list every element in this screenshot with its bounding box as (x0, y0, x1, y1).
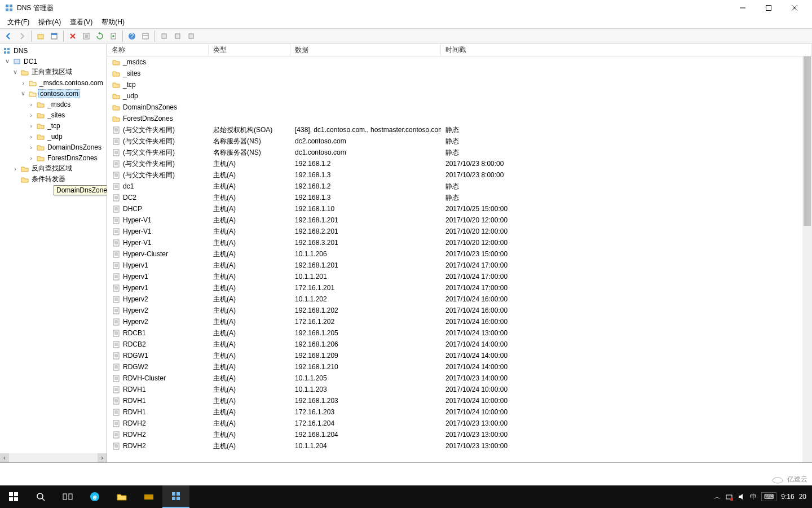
tree-zone-contoso[interactable]: ∨ contoso.com (0, 88, 107, 99)
table-row[interactable]: (与父文件夹相同)主机(A)192.168.1.22017/10/23 8:00… (107, 158, 812, 169)
table-row[interactable]: RDVH1主机(A)172.16.1.2032017/10/24 10:00:0… (107, 406, 812, 418)
taskbar-app-icon[interactable] (135, 485, 162, 508)
table-row[interactable]: Hyperv2主机(A)172.16.1.2022017/10/24 16:00… (107, 316, 812, 327)
tree-zone-msdcs[interactable]: › _msdcs.contoso.com (0, 77, 107, 88)
list-vscrollbar[interactable] (802, 56, 812, 462)
refresh-icon[interactable] (94, 30, 106, 42)
clock-time[interactable]: 9:16 (781, 493, 794, 501)
task-view-button[interactable] (54, 485, 81, 508)
volume-icon[interactable] (738, 493, 745, 501)
table-row[interactable]: Hyperv1主机(A)192.168.1.2012017/10/24 17:0… (107, 260, 812, 271)
table-row[interactable]: Hyperv1主机(A)10.1.1.2012017/10/24 17:00:0… (107, 271, 812, 282)
maximize-button[interactable] (756, 0, 782, 16)
table-row[interactable]: _msdcs (107, 56, 812, 68)
scroll-right-icon[interactable]: › (98, 453, 107, 462)
expand-icon[interactable]: › (27, 122, 35, 129)
minimize-button[interactable] (730, 0, 756, 16)
col-name[interactable]: 名称 (107, 44, 209, 56)
table-row[interactable]: RDGW1主机(A)192.168.1.2092017/10/24 14:00:… (107, 350, 812, 361)
table-row[interactable]: DomainDnsZones (107, 102, 812, 113)
table-row[interactable]: RDCB2主机(A)192.168.1.2062017/10/24 14:00:… (107, 339, 812, 350)
tree-sub-udp[interactable]: › _udp (0, 131, 107, 142)
expand-icon[interactable]: › (11, 165, 19, 172)
table-row[interactable]: (与父文件夹相同)起始授权机构(SOA)[438], dc1.contoso.c… (107, 124, 812, 135)
collapse-icon[interactable]: ∨ (11, 68, 19, 76)
table-row[interactable]: DHCP主机(A)192.168.1.102017/10/25 15:00:00 (107, 203, 812, 214)
table-row[interactable]: RDVH2主机(A)172.16.1.2042017/10/23 13:00:0… (107, 418, 812, 429)
table-row[interactable]: RDVH2主机(A)10.1.1.2042017/10/23 13:00:00 (107, 440, 812, 452)
expand-icon[interactable]: › (27, 155, 35, 161)
filter-icon[interactable] (139, 30, 152, 42)
table-row[interactable]: RDVH1主机(A)192.168.1.2032017/10/24 10:00:… (107, 395, 812, 406)
tree-root-dns[interactable]: DNS (0, 45, 107, 56)
menu-file[interactable]: 文件(F) (3, 16, 33, 29)
collapse-icon[interactable]: ∨ (19, 90, 27, 97)
up-icon[interactable] (34, 30, 47, 42)
expand-icon[interactable]: › (27, 112, 35, 119)
table-row[interactable]: Hyper-V1主机(A)192.168.3.2012017/10/20 12:… (107, 237, 812, 248)
tree-sub-tcp[interactable]: › _tcp (0, 120, 107, 131)
tree-sub-forestdnszones[interactable]: › ForestDnsZones (0, 152, 107, 163)
table-row[interactable]: RDGW2主机(A)192.168.1.2102017/10/24 14:00:… (107, 361, 812, 373)
table-row[interactable]: RDVH1主机(A)10.1.1.2032017/10/24 10:00:00 (107, 384, 812, 395)
tray-up-icon[interactable]: ︿ (714, 492, 721, 502)
menu-view[interactable]: 查看(V) (66, 16, 96, 29)
delete-icon[interactable] (67, 30, 79, 42)
table-row[interactable]: _tcp (107, 79, 812, 90)
close-button[interactable] (782, 0, 807, 16)
help-icon[interactable]: ? (126, 30, 138, 42)
ime-box[interactable]: ⌨ (761, 492, 776, 501)
back-button[interactable] (2, 30, 15, 42)
table-row[interactable]: Hyperv2主机(A)10.1.1.2022017/10/24 16:00:0… (107, 294, 812, 305)
scrollbar-thumb[interactable] (804, 56, 811, 226)
table-row[interactable]: (与父文件夹相同)名称服务器(NS)dc2.contoso.com静态 (107, 135, 812, 147)
tree-reverse-lookup[interactable]: › 反向查找区域 (0, 163, 107, 174)
tool-icon-2[interactable] (171, 30, 184, 42)
table-row[interactable]: (与父文件夹相同)主机(A)192.168.1.32017/10/23 8:00… (107, 169, 812, 181)
expand-icon[interactable]: › (27, 144, 35, 151)
table-row[interactable]: _udp (107, 90, 812, 102)
ime-indicator[interactable]: 中 (750, 492, 757, 502)
properties-icon[interactable] (80, 30, 92, 42)
table-row[interactable]: Hyperv1主机(A)172.16.1.2012017/10/24 17:00… (107, 282, 812, 294)
export-icon[interactable] (107, 30, 120, 42)
search-button[interactable] (27, 485, 54, 508)
tree-sub-domaindnszones[interactable]: › DomainDnsZones (0, 142, 107, 152)
tree-hscrollbar[interactable]: ‹ › (0, 453, 107, 462)
col-type[interactable]: 类型 (209, 44, 290, 56)
menu-help[interactable]: 帮助(H) (98, 16, 129, 29)
table-row[interactable]: RDVH2主机(A)192.168.1.2042017/10/23 13:00:… (107, 429, 812, 440)
system-tray[interactable]: ︿ 中 ⌨ 9:16 20 (708, 492, 812, 502)
table-row[interactable]: Hyper-V1主机(A)192.168.2.2012017/10/20 12:… (107, 226, 812, 237)
col-data[interactable]: 数据 (290, 44, 441, 56)
taskbar-ie-icon[interactable]: e (81, 485, 108, 508)
collapse-icon[interactable]: ∨ (3, 58, 11, 65)
expand-icon[interactable]: › (27, 101, 35, 108)
col-timestamp[interactable]: 时间戳 (441, 44, 812, 56)
tree-sub-sites[interactable]: › _sites (0, 110, 107, 120)
network-icon[interactable] (725, 493, 733, 501)
tool-icon-3[interactable] (185, 30, 197, 42)
new-window-icon[interactable] (48, 30, 60, 42)
table-row[interactable]: Hyperv-Cluster主机(A)10.1.1.2062017/10/23 … (107, 248, 812, 260)
table-row[interactable]: dc1主机(A)192.168.1.2静态 (107, 181, 812, 192)
menu-action[interactable]: 操作(A) (34, 16, 65, 29)
forward-button[interactable] (16, 30, 28, 42)
table-row[interactable]: (与父文件夹相同)名称服务器(NS)dc1.contoso.com静态 (107, 147, 812, 158)
tree-forward-lookup[interactable]: ∨ 正向查找区域 (0, 67, 107, 77)
table-row[interactable]: Hyper-V1主机(A)192.168.1.2012017/10/20 12:… (107, 214, 812, 226)
tree-server-dc1[interactable]: ∨ DC1 (0, 56, 107, 67)
table-row[interactable]: RDCB1主机(A)192.168.1.2052017/10/24 13:00:… (107, 327, 812, 339)
taskbar-explorer-icon[interactable] (108, 485, 135, 508)
table-row[interactable]: Hyperv2主机(A)192.168.1.2022017/10/24 16:0… (107, 305, 812, 316)
table-row[interactable]: RDVH-Cluster主机(A)10.1.1.2052017/10/23 14… (107, 373, 812, 384)
tree-pane[interactable]: DNS ∨ DC1 ∨ 正向查找区域 › _msdcs.contoso.com … (0, 44, 107, 462)
table-row[interactable]: _sites (107, 68, 812, 79)
tree-conditional-fwd[interactable]: 条件转发器 (0, 174, 107, 185)
expand-icon[interactable]: › (19, 80, 27, 86)
table-row[interactable]: ForestDnsZones (107, 113, 812, 124)
scroll-left-icon[interactable]: ‹ (0, 453, 9, 462)
table-row[interactable]: DC2主机(A)192.168.1.3静态 (107, 192, 812, 203)
taskbar-dns-icon[interactable] (162, 485, 189, 508)
tool-icon-1[interactable] (158, 30, 170, 42)
